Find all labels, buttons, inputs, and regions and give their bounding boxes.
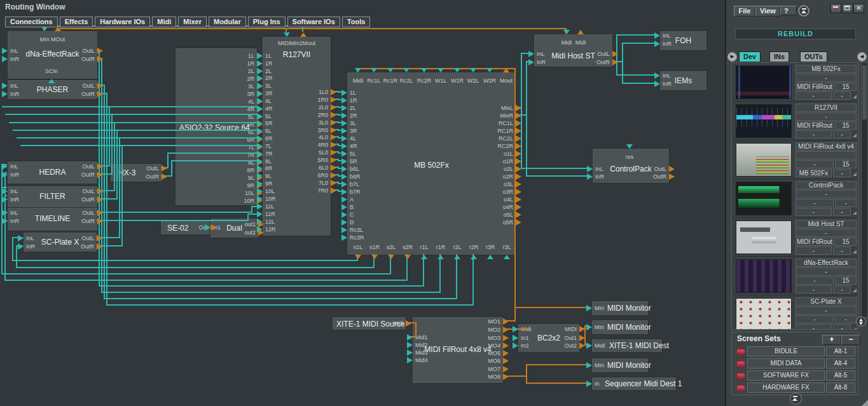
port-phaser-inr-in-icon[interactable] [2, 91, 8, 97]
device-thumbnail-sc-plate-x[interactable] [736, 298, 792, 330]
scrollbar-thumb[interactable] [862, 65, 867, 119]
device-field-3a[interactable]: - [796, 315, 834, 323]
device-field-3b[interactable]: 15 [835, 83, 857, 91]
port-r127vii-2r-in-icon[interactable] [257, 75, 263, 81]
port-mb-502fx-o3r-out-icon[interactable] [516, 189, 521, 195]
port-dual-out1-out-icon[interactable] [258, 221, 264, 227]
device-row-midi-host-st[interactable]: Midi Host ST-MIDI FilRout15-- [732, 218, 858, 257]
port-mb-502fx-w2r-in-icon[interactable] [486, 68, 493, 72]
port-midi-monitor-1-min-in-icon[interactable] [586, 305, 592, 311]
view-menu-button[interactable]: View [755, 6, 780, 17]
collapse-panel-button[interactable] [790, 393, 802, 405]
pin-button[interactable] [798, 5, 809, 17]
port-mb-502fx-3r-in-icon[interactable] [341, 128, 347, 134]
device-field-2[interactable]: - [796, 112, 857, 121]
device-field-2[interactable]: - [796, 190, 857, 198]
rebuild-button[interactable]: REBUILD [735, 29, 856, 39]
module-xite-1-midi-source[interactable]: XITE-1 MIDI SourceMidi [332, 316, 406, 330]
device-field-4a[interactable]: - [796, 130, 832, 139]
port-mb-502fx-c-in-icon[interactable] [341, 212, 347, 218]
port-mb-502fx-2l-in-icon[interactable] [341, 105, 347, 111]
device-field-3a[interactable]: - [796, 160, 834, 168]
port-sc-plate-x-inl-in-icon[interactable] [18, 235, 24, 241]
port-controlpack-inl-in-icon[interactable] [587, 166, 593, 172]
port-midi-host-st-inr-in-icon[interactable] [528, 59, 534, 65]
menu-tab-modular[interactable]: Modular [209, 17, 246, 27]
maximize-button[interactable] [842, 4, 853, 13]
module-dual[interactable]: Dualin1out1out2 [210, 218, 259, 238]
device-field-4a[interactable]: - [796, 208, 832, 216]
port-r127vii-8l-in-icon[interactable] [257, 158, 263, 165]
scroll-updown-button[interactable] [856, 316, 866, 327]
port-mb-502fx-r3r-in-icon[interactable] [487, 255, 493, 259]
port-r127vii-3l-in-icon[interactable] [257, 83, 263, 89]
help-menu-button[interactable]: ? [780, 6, 797, 15]
port-r127vii-4l0-out-icon[interactable] [331, 134, 336, 140]
port-midi-filrout-4x8-v4-mo6-out-icon[interactable] [503, 358, 509, 364]
port-mb-502fx-midi-in-icon[interactable] [355, 68, 361, 72]
port-mb-502fx-5l-in-icon[interactable] [341, 151, 347, 157]
device-name-field[interactable]: ControlPack [796, 181, 857, 189]
port-hedra-inr-in-icon[interactable] [2, 172, 8, 178]
port-mb-502fx-r1r-in-icon[interactable] [437, 255, 444, 259]
port-mb-502fx-s2l-out-icon[interactable] [388, 255, 394, 259]
port-timeline-inl-in-icon[interactable] [2, 210, 8, 216]
module-midi-monitor-1[interactable]: MIDI MonitorMIn [591, 301, 649, 316]
port-midi-host-st-inl-in-icon[interactable] [528, 51, 534, 57]
screen-set-bidule[interactable]: BIDULE [747, 346, 825, 356]
device-field-4b[interactable]: - [833, 130, 851, 139]
port-se-02-out-out-icon[interactable] [210, 224, 216, 231]
device-field-4a[interactable]: - [796, 247, 832, 255]
lock-icon-software-fx[interactable] [737, 370, 745, 381]
port-bc2x2-midi-in-icon[interactable] [513, 326, 518, 332]
menu-tab-connections[interactable]: Connections [5, 17, 58, 27]
screen-set-key-bidule[interactable]: Alt-1 [826, 346, 855, 356]
device-thumbnail-midi-host-st[interactable] [736, 220, 792, 254]
device-field-4b[interactable]: - [833, 91, 851, 100]
port-r127vii-1l-in-icon[interactable] [257, 53, 263, 59]
lock-icon-bidule[interactable] [737, 346, 745, 356]
device-thumbnail-mb-502fx[interactable] [736, 65, 792, 99]
port-dna-effectrack-inl-in-icon[interactable] [2, 48, 8, 54]
port-r127vii-7r-in-icon[interactable] [257, 151, 263, 157]
port-r127vii-5r0-out-icon[interactable] [331, 157, 336, 163]
module-mb-502fx[interactable]: MB 502FxMidiRc1LRc1RRc2LRc2RW1LW1RW2LW2R… [347, 72, 516, 255]
port-mb-502fx-5r-in-icon[interactable] [341, 158, 347, 165]
port-midi-filrout-4x8-v4-mo5-out-icon[interactable] [503, 350, 509, 356]
port-r127vii-4r-in-icon[interactable] [257, 105, 263, 112]
port-mb-502fx-rc1l-in-icon[interactable] [371, 68, 377, 72]
screen-set-hardware-fx[interactable]: HARDWARE FX [747, 382, 825, 393]
port-mb-502fx-rc1l-out-icon[interactable] [516, 120, 521, 126]
device-row-grip[interactable] [853, 95, 857, 98]
module-se-02[interactable]: SE-02Out [160, 220, 211, 235]
menu-tab-midi[interactable]: Midi [152, 17, 176, 27]
device-list-scrollbar[interactable] [861, 62, 868, 318]
port-mb-502fx-w2l-in-icon[interactable] [470, 68, 476, 72]
port-mb-502fx-rc2r-in-icon[interactable] [421, 68, 427, 72]
device-field-4a[interactable]: MB 502Fx [796, 169, 832, 177]
port-mb-502fx-o4r-out-icon[interactable] [516, 204, 521, 210]
port-midi-filrout-4x8-v4-mo8-out-icon[interactable] [503, 374, 509, 380]
port-mb-502fx-b6l-in-icon[interactable] [341, 166, 347, 172]
device-name-field[interactable]: dNa-EffectRack [796, 259, 857, 267]
minimize-button[interactable] [830, 4, 841, 13]
port-bc2x2-midi-out-icon[interactable] [579, 326, 585, 332]
port-midi-host-st-outl-out-icon[interactable] [612, 51, 618, 57]
port-mb-502fx-d-in-icon[interactable] [341, 219, 347, 226]
port-mb-502fx-s1l-out-icon[interactable] [355, 255, 361, 259]
device-row-r127vii[interactable]: R127VII-MIDI FilRout15-- [732, 102, 858, 140]
file-menu-button[interactable]: File [734, 6, 755, 17]
port-r127vii-10l-in-icon[interactable] [257, 188, 263, 194]
port-r127vii-3r-in-icon[interactable] [257, 90, 263, 97]
device-name-field[interactable]: R127VII [796, 104, 857, 112]
device-thumbnail-r127vii[interactable] [736, 104, 792, 138]
module-midi-host-st[interactable]: Midi Host STMidiMidiInLInROutLOutR [534, 34, 613, 67]
port-mb-502fx-4r-in-icon[interactable] [341, 143, 347, 149]
port-r127vii-9r-in-icon[interactable] [257, 180, 263, 187]
port-r127vii-11l-in-icon[interactable] [257, 203, 263, 210]
port-dna-effectrack-outr-out-icon[interactable] [97, 56, 103, 62]
port-timeline-inr-in-icon[interactable] [2, 218, 8, 224]
port-mb-502fx-rc3l-in-icon[interactable] [341, 227, 347, 233]
port-mb-502fx-4l-in-icon[interactable] [341, 135, 347, 142]
port-dna-effectrack-outl-out-icon[interactable] [97, 48, 103, 54]
